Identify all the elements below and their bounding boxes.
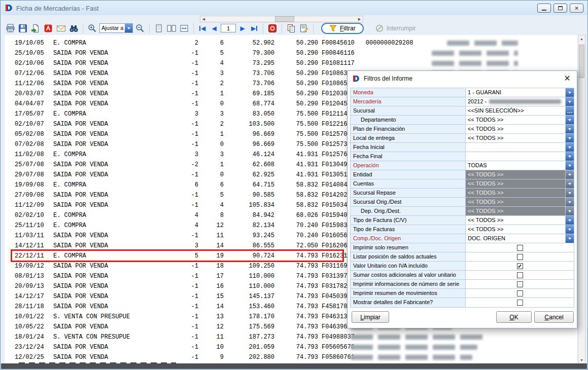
field-label: Listar posición de saldos actuales bbox=[351, 252, 465, 261]
field-value[interactable]: << TODOS >> bbox=[465, 134, 574, 142]
next-page-button[interactable]: ▶ bbox=[237, 23, 248, 33]
export-button[interactable] bbox=[30, 23, 41, 34]
dropdown-arrow[interactable] bbox=[565, 161, 574, 170]
field-value[interactable]: << TODOS >> bbox=[465, 170, 574, 179]
field-value[interactable] bbox=[465, 271, 574, 279]
maximize-button[interactable] bbox=[554, 4, 567, 13]
field-value[interactable]: << TODOS >> bbox=[465, 207, 574, 215]
field-value[interactable]: 1 - GUARANI bbox=[465, 88, 574, 97]
table-row[interactable]: 23/12/24SAIDA POR VENDA-110201.05974.793… bbox=[5, 342, 577, 352]
scrollbar-thumb[interactable] bbox=[275, 16, 294, 22]
field-value[interactable] bbox=[465, 243, 574, 252]
dropdown-arrow[interactable] bbox=[565, 88, 574, 97]
field-value[interactable]: << TODOS >> bbox=[465, 116, 574, 124]
email-button[interactable] bbox=[55, 23, 66, 34]
table-row[interactable]: 12/02/25SAIDA POR VENDA-19202.88074.793F… bbox=[5, 352, 577, 362]
checkbox[interactable] bbox=[517, 272, 523, 278]
dropdown-arrow[interactable] bbox=[565, 216, 574, 225]
close-button[interactable]: × bbox=[570, 4, 583, 13]
field-value[interactable]: << TODOS >> bbox=[465, 189, 574, 197]
scroll-down-icon[interactable]: ▼ bbox=[578, 357, 585, 364]
field-value[interactable]: 20212 - bbox=[465, 97, 574, 106]
field-value[interactable]: DOC. ORIGEN bbox=[465, 234, 574, 243]
dropdown-arrow[interactable] bbox=[565, 179, 574, 188]
save-button[interactable] bbox=[17, 23, 28, 34]
field-value[interactable] bbox=[465, 252, 574, 261]
last-page-button[interactable]: ▶ bbox=[249, 23, 259, 33]
scrollbar-thumb[interactable] bbox=[579, 45, 584, 78]
checkbox[interactable] bbox=[517, 245, 523, 251]
table-row[interactable]: 02/10/06SAIDA POR VENDA-1473.29550.290F0… bbox=[5, 58, 577, 68]
zoom-out-button[interactable] bbox=[134, 23, 146, 34]
search-button[interactable] bbox=[68, 23, 79, 34]
copy-button[interactable] bbox=[286, 23, 297, 34]
dropdown-arrow[interactable] bbox=[565, 125, 574, 133]
checkbox[interactable] bbox=[517, 254, 523, 260]
field-value[interactable]: << TODOS >> bbox=[465, 216, 574, 225]
field-value[interactable] bbox=[465, 280, 574, 288]
print-button[interactable] bbox=[5, 23, 16, 34]
field-label: Local de entrega bbox=[351, 134, 465, 142]
dropdown-arrow[interactable] bbox=[565, 134, 574, 142]
record-button[interactable] bbox=[267, 23, 278, 34]
field-value[interactable] bbox=[465, 152, 574, 161]
scroll-right-icon[interactable]: ▶ bbox=[356, 16, 363, 22]
edit-button[interactable] bbox=[298, 23, 309, 34]
prev-page-button[interactable]: ◀ bbox=[209, 23, 219, 33]
fit-dropdown-arrow[interactable] bbox=[125, 24, 132, 32]
limpiar-button[interactable]: Limpiar bbox=[352, 311, 389, 323]
ellipsis-button[interactable]: … bbox=[565, 106, 574, 115]
facing-pages-view-button[interactable] bbox=[166, 23, 177, 34]
page-number-input[interactable] bbox=[221, 24, 236, 32]
field-value[interactable]: <<SIN SELECCIÓN>>… bbox=[465, 106, 574, 115]
cell-date: 25/07/08 bbox=[15, 160, 53, 170]
dialog-field-row: Departamento<< TODOS >> bbox=[351, 116, 574, 125]
scroll-left-icon[interactable]: ◀ bbox=[200, 16, 207, 22]
field-value[interactable]: << TODOS >> bbox=[465, 198, 574, 206]
field-value[interactable]: << TODOS >> bbox=[465, 225, 574, 234]
minimize-button[interactable] bbox=[537, 4, 551, 13]
field-label: Plan de Financiación bbox=[351, 125, 465, 133]
field-value[interactable] bbox=[465, 298, 574, 307]
page-width-view-button[interactable] bbox=[179, 23, 190, 34]
field-value[interactable]: << TODOS >> bbox=[465, 125, 574, 133]
dialog-close-button[interactable]: ✕ bbox=[562, 75, 572, 83]
pdf-button[interactable] bbox=[43, 23, 54, 34]
binoculars-icon bbox=[69, 24, 79, 33]
table-row[interactable]: 18/01/24S. VENTA CON PRESUPUE-111187.273… bbox=[5, 332, 577, 342]
dropdown-arrow[interactable] bbox=[565, 170, 574, 179]
filter-button[interactable]: Filtrar bbox=[321, 23, 364, 34]
field-value[interactable]: << TODOS >> bbox=[465, 179, 574, 188]
dropdown-arrow[interactable] bbox=[565, 152, 574, 161]
cell-date: 07/12/06 bbox=[15, 68, 53, 79]
single-page-view-button[interactable] bbox=[153, 23, 164, 34]
dropdown-arrow[interactable] bbox=[565, 116, 574, 124]
dropdown-arrow[interactable] bbox=[565, 97, 574, 106]
dropdown-arrow[interactable] bbox=[565, 189, 574, 197]
field-value[interactable]: ✓ bbox=[465, 262, 574, 270]
cancel-button[interactable]: Cancel bbox=[534, 311, 574, 323]
scroll-up-icon[interactable]: ▲ bbox=[578, 35, 585, 43]
dropdown-arrow[interactable] bbox=[565, 234, 574, 243]
table-row[interactable]: 25/10/05SAIDA POR VENDA-1579.30050.290F0… bbox=[5, 48, 577, 58]
zoom-in-button[interactable] bbox=[87, 23, 98, 34]
fit-dropdown[interactable]: Ajustar a bbox=[99, 23, 133, 33]
scrollbar-track[interactable] bbox=[207, 16, 356, 22]
cell-cost: 74.793 bbox=[274, 312, 318, 322]
checkbox[interactable] bbox=[517, 290, 523, 297]
dropdown-arrow[interactable] bbox=[565, 225, 574, 234]
field-value[interactable]: TODAS bbox=[465, 161, 574, 170]
first-page-button[interactable]: ◀ bbox=[197, 23, 207, 33]
dropdown-arrow[interactable] bbox=[565, 198, 574, 206]
vertical-scrollbar[interactable]: ▲ ▼ bbox=[578, 35, 585, 364]
ok-button[interactable]: OK bbox=[496, 311, 532, 323]
checkbox[interactable]: ✓ bbox=[517, 263, 523, 269]
table-row[interactable]: 19/10/05E. COMPRA2652.90250.290F00845610… bbox=[5, 38, 577, 48]
cell-balance: 11 bbox=[198, 332, 224, 342]
checkbox[interactable] bbox=[517, 281, 523, 287]
field-value[interactable] bbox=[465, 143, 574, 152]
checkbox[interactable] bbox=[517, 300, 523, 306]
dropdown-arrow[interactable] bbox=[565, 143, 574, 152]
field-value[interactable] bbox=[465, 289, 574, 298]
dropdown-arrow[interactable] bbox=[565, 207, 574, 215]
